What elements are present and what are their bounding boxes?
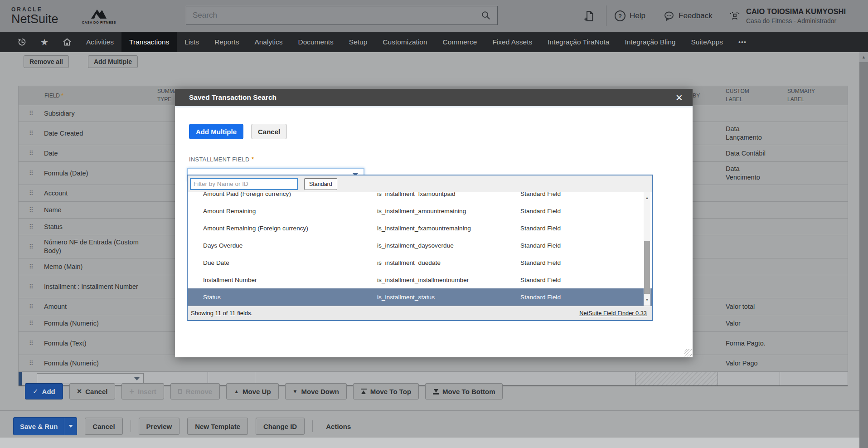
drag-handle-icon[interactable]: ⠿ <box>19 263 44 270</box>
standard-filter-button[interactable]: Standard <box>304 178 337 190</box>
save-and-run-button[interactable]: Save & Run <box>13 417 77 435</box>
nav-item[interactable]: Commerce <box>435 32 485 52</box>
scroll-up-icon[interactable]: ▲ <box>645 195 649 201</box>
scroll-thumb[interactable] <box>644 241 650 294</box>
help-menu[interactable]: ? Help <box>615 0 645 32</box>
row-action-button[interactable]: Remove <box>170 383 220 399</box>
nav-item[interactable]: Integração Bling <box>617 32 683 52</box>
drag-handle-icon[interactable]: ⠿ <box>19 340 44 347</box>
nav-item[interactable]: Customization <box>375 32 435 52</box>
row-action-button[interactable]: Add <box>25 383 63 399</box>
table-row[interactable]: ⠿ Formula (Numeric) Valor Pago <box>19 355 848 372</box>
resize-handle[interactable] <box>684 349 692 356</box>
nav-item[interactable]: Documents <box>290 32 341 52</box>
active-row-indicator <box>19 372 22 385</box>
recent-records-icon[interactable] <box>17 37 27 47</box>
dropdown-option[interactable]: Amount Remaining (Foreign currency) is_i… <box>188 219 652 237</box>
disabled-cell <box>635 372 718 385</box>
row-action-label: Add <box>42 388 55 395</box>
netsuite-logo[interactable]: ORACLE NetSuite <box>11 7 58 25</box>
row-action-label: Move Up <box>242 388 271 395</box>
cancel-button-bg[interactable]: Cancel <box>85 418 122 435</box>
add-multiple-button-bg[interactable]: Add Multiple <box>88 55 138 68</box>
drag-handle-icon[interactable]: ⠿ <box>19 283 44 290</box>
option-name: Installment Number <box>203 277 377 283</box>
chevron-down-icon <box>68 425 73 428</box>
row-action-button[interactable]: Cancel <box>69 383 116 399</box>
required-mark: * <box>252 156 254 163</box>
page-scrollbar[interactable]: ▲ <box>859 52 868 448</box>
drag-handle-icon[interactable]: ⠿ <box>19 110 44 117</box>
field-filter-input[interactable] <box>190 178 298 190</box>
nav-item[interactable]: Fixed Assets <box>485 32 540 52</box>
option-type: Standard Field <box>520 259 652 266</box>
new-row-field-select[interactable] <box>37 373 144 384</box>
scroll-down-icon[interactable]: ▼ <box>645 297 649 303</box>
column-header-summary-label[interactable]: SUMMARY LABEL <box>780 88 848 103</box>
new-template-button[interactable]: New Template <box>187 418 248 435</box>
search-icon[interactable] <box>481 10 491 20</box>
row-action-icon <box>433 389 439 394</box>
drag-handle-icon[interactable]: ⠿ <box>19 150 44 157</box>
nav-item[interactable]: Transactions <box>121 32 177 52</box>
drag-handle-icon[interactable]: ⠿ <box>19 130 44 137</box>
row-action-button[interactable]: Move Down <box>285 383 347 399</box>
drag-handle-icon[interactable]: ⠿ <box>19 170 44 177</box>
modal-cancel-button[interactable]: Cancel <box>251 124 287 139</box>
option-name: Days Overdue <box>203 242 377 249</box>
row-action-button[interactable]: Move Up <box>226 383 278 399</box>
option-id: is_installment_amountremaining <box>377 208 520 214</box>
option-id: is_installment_fxamountremaining <box>377 225 520 232</box>
row-action-icon <box>234 389 239 394</box>
row-action-button[interactable]: Move To Top <box>353 383 419 399</box>
drag-handle-icon[interactable]: ⠿ <box>19 303 44 310</box>
row-action-button[interactable]: Insert <box>121 383 164 399</box>
close-icon[interactable]: × <box>673 97 685 98</box>
change-id-button[interactable]: Change ID <box>256 418 305 435</box>
home-icon[interactable] <box>62 37 72 47</box>
column-header-custom-label[interactable]: CUSTOM LABEL <box>718 88 780 103</box>
drag-handle-icon[interactable]: ⠿ <box>19 190 44 197</box>
page-bottom-strip <box>0 438 868 448</box>
drag-handle-icon[interactable]: ⠿ <box>19 206 44 214</box>
scroll-up-icon[interactable]: ▲ <box>859 52 868 62</box>
drag-handle-icon[interactable]: ⠿ <box>19 243 44 250</box>
dropdown-option[interactable]: Days Overdue is_installment_daysoverdue … <box>188 237 652 254</box>
option-type: Standard Field <box>520 242 652 249</box>
dropdown-scrollbar[interactable]: ▲ ▼ <box>644 192 650 306</box>
save-options-caret[interactable] <box>64 418 77 435</box>
casa-do-fitness-mark <box>90 7 107 19</box>
field-name: Date Created <box>44 129 83 138</box>
dropdown-option[interactable]: Due Date is_installment_duedate Standard… <box>188 254 652 271</box>
quick-add-icon[interactable] <box>583 10 595 22</box>
row-action-label: Move To Top <box>370 388 411 395</box>
actions-menu[interactable]: Actions <box>326 423 351 430</box>
nav-item[interactable]: Reports <box>207 32 247 52</box>
nav-item[interactable]: SuiteApps <box>683 32 731 52</box>
remove-all-button[interactable]: Remove all <box>24 55 69 68</box>
nav-overflow-icon[interactable]: ••• <box>731 32 754 52</box>
column-header-field[interactable]: FIELD* <box>19 92 157 99</box>
shortcuts-star-icon[interactable]: ★ <box>40 38 48 47</box>
dropdown-option[interactable]: Amount Remaining is_installment_amountre… <box>188 202 652 219</box>
dropdown-option[interactable]: Installment Number is_installment_instal… <box>188 271 652 288</box>
field-name: Account <box>44 189 68 198</box>
drag-handle-icon[interactable]: ⠿ <box>19 320 44 327</box>
nav-item[interactable]: Analytics <box>247 32 290 52</box>
feedback-menu[interactable]: Feedback <box>664 0 713 32</box>
user-menu[interactable]: CAIO TOIOSIMA KUMYOSHI Casa do Fitness -… <box>729 0 846 32</box>
dropdown-option[interactable]: Status is_installment_status Standard Fi… <box>188 288 652 306</box>
nav-item[interactable]: Setup <box>341 32 375 52</box>
nav-item[interactable]: Activities <box>78 32 121 52</box>
drag-handle-icon[interactable]: ⠿ <box>19 223 44 230</box>
nav-item[interactable]: Integração TiraNota <box>540 32 617 52</box>
nav-item[interactable]: Lists <box>177 32 207 52</box>
search-input[interactable] <box>186 11 481 20</box>
field-finder-link[interactable]: NetSuite Field Finder 0.33 <box>579 310 647 317</box>
preview-button[interactable]: Preview <box>139 418 180 435</box>
dropdown-option[interactable]: Amount Paid (Foreign currency) is_instal… <box>188 192 652 202</box>
drag-handle-icon[interactable]: ⠿ <box>19 360 44 367</box>
option-id: is_installment_duedate <box>377 259 520 266</box>
row-action-button[interactable]: Move To Bottom <box>425 383 503 399</box>
modal-add-multiple-button[interactable]: Add Multiple <box>189 124 243 139</box>
